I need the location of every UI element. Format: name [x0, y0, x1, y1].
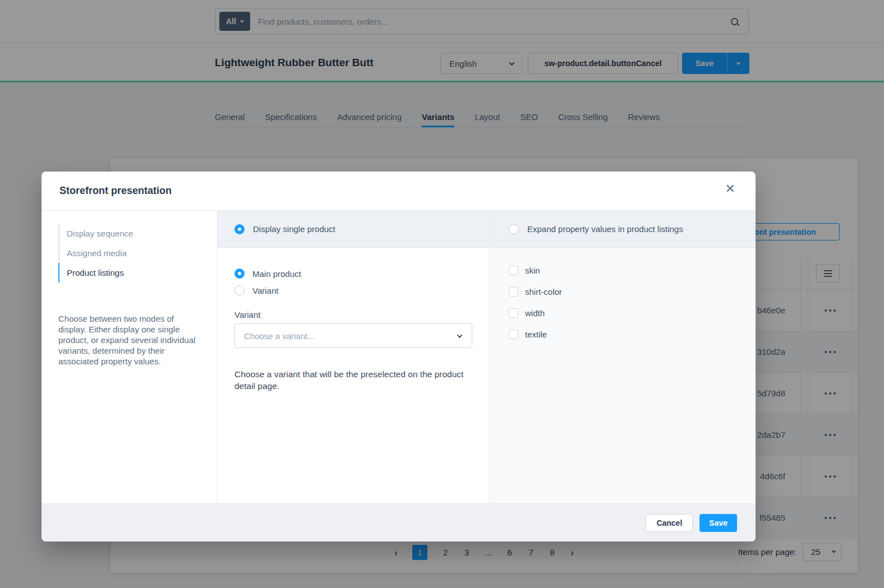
expand-mode-header: Expand property values in product listin… — [490, 211, 756, 248]
single-product-mode-header: Display single product — [218, 211, 489, 248]
property-list: skin shirt-color width textile — [490, 248, 756, 503]
main-product-radio[interactable] — [234, 268, 245, 279]
variant-helper-text: Choose a variant that will be the presel… — [234, 368, 466, 392]
expand-property-values-radio[interactable] — [509, 224, 519, 234]
variant-option-label: Variant — [252, 286, 278, 295]
expand-property-values-label: Expand property values in product listin… — [527, 224, 683, 234]
property-label: skin — [525, 266, 540, 275]
modal-sidebar: Display sequence Assigned media Product … — [42, 211, 218, 503]
variant-select[interactable]: Choose a variant... — [234, 323, 472, 348]
modal-header: Storefront presentation ✕ — [42, 172, 756, 211]
display-single-product-label: Display single product — [253, 224, 335, 234]
storefront-presentation-modal: Storefront presentation ✕ Display sequen… — [42, 172, 756, 541]
property-label: shirt-color — [525, 287, 562, 297]
close-icon[interactable]: ✕ — [725, 183, 735, 195]
single-product-options: Main product Variant Variant Choose a va… — [218, 248, 489, 503]
property-shirt-color-checkbox[interactable] — [509, 287, 518, 297]
modal-body: Display sequence Assigned media Product … — [42, 211, 756, 503]
product-detail-page: All Lightweight Rubber Butter Butt Engli… — [0, 0, 884, 588]
list-item: skin — [509, 266, 756, 275]
display-single-product-radio[interactable] — [234, 224, 245, 234]
variant-select-placeholder: Choose a variant... — [244, 331, 315, 341]
property-skin-checkbox[interactable] — [509, 266, 518, 275]
modal-footer: Cancel Save — [42, 503, 756, 541]
list-item: width — [509, 308, 756, 318]
variant-radio[interactable] — [234, 285, 245, 295]
property-label: width — [525, 308, 545, 318]
property-textile-checkbox[interactable] — [509, 330, 518, 339]
expand-properties-column: Expand property values in product listin… — [490, 211, 756, 503]
list-item: textile — [509, 330, 756, 339]
sidebar-item-assigned-media[interactable]: Assigned media — [58, 243, 202, 263]
sidebar-item-display-sequence[interactable]: Display sequence — [58, 224, 202, 243]
main-product-label: Main product — [252, 269, 301, 279]
chevron-down-icon — [457, 332, 463, 338]
sidebar-item-product-listings[interactable]: Product listings — [58, 263, 202, 283]
modal-title: Storefront presentation — [59, 185, 172, 197]
property-label: textile — [525, 330, 547, 339]
mode-description: Choose between two modes of display. Eit… — [58, 313, 200, 367]
list-item: shirt-color — [509, 287, 756, 297]
variant-field-label: Variant — [234, 310, 472, 320]
save-button[interactable]: Save — [699, 514, 737, 532]
cancel-button[interactable]: Cancel — [646, 514, 693, 532]
property-width-checkbox[interactable] — [509, 308, 518, 318]
single-product-column: Display single product Main product Vari… — [218, 211, 490, 503]
